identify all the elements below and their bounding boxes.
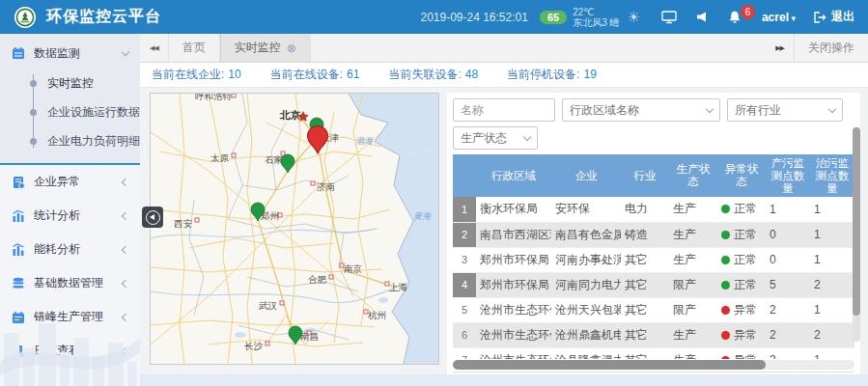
app-title: 环保监控云平台 [46,7,161,27]
logout-icon [813,11,826,24]
map-collapse-button[interactable] [142,207,163,228]
vertical-scrollbar[interactable] [853,127,860,342]
table-row[interactable]: 6 沧州市生态环保局沧州鼎鑫机电设备 其它生产 异常 224 [453,322,854,347]
user-menu[interactable]: acrel ▾ [762,11,796,24]
col-production-status: 生产状态 [669,154,717,197]
table-row[interactable]: 2 南昌市西湖区环保局南昌有色金属有限 铸造生产 正常 010 [453,222,854,247]
report-icon [12,176,25,189]
sidebar-item-base-data[interactable]: 基础数据管理 [0,266,140,300]
scroll-tabs-left-icon[interactable]: ◀◀ [140,34,169,62]
status-dot [721,256,730,264]
app-header: 环保监控云平台 2019-09-24 16:52:01 65 22℃ 东北风3 … [0,0,868,34]
chevron-left-icon [122,346,129,354]
col-region: 行政区域 [476,154,551,197]
hscroll-thumb [453,360,766,370]
map-sea-label: 黄海 [413,211,432,221]
chevron-down-icon [706,104,714,112]
status-dot [721,281,730,290]
app-window: 环保监控云平台 2019-09-24 16:52:01 65 22℃ 东北风3 … [0,0,868,386]
table-row[interactable]: 7 沧州市生态环保局沧县隆鑫强力加工 其它生产 异常 210 [453,347,854,359]
sidebar-item-staggered-production[interactable]: 错峰生产管理 [0,300,140,334]
bullet-icon [30,138,37,145]
sidebar-item-statistics[interactable]: 统计分析 [0,199,140,233]
map-city-label: 呼和浩特 [195,94,233,101]
table-row[interactable]: 5 沧州市生态环保局沧州天兴包装制品 其它限产 异常 213 [453,297,854,322]
bar-chart-icon [12,209,25,223]
tab-realtime-monitoring[interactable]: 实时监控 ⊗ [220,34,311,62]
status-dot [721,205,730,213]
tab-home[interactable]: 首页 [169,34,220,62]
col-abnormal-status: 异常状态 [717,154,766,197]
tab-close-icon[interactable]: ⊗ [287,41,296,55]
production-status-select[interactable]: 生产状态 [453,126,538,150]
region-select[interactable]: 行政区域名称 [562,98,720,122]
notifications-bell-icon[interactable]: 6 [727,11,742,24]
map-city-label: 北京 [279,109,301,121]
scroll-tabs-right-icon[interactable]: ▶▶ [766,34,794,62]
sidebar-item-data-monitoring[interactable]: 数据监测 [0,38,140,69]
col-industry: 行业 [621,154,669,197]
name-search-input[interactable] [453,98,555,122]
chevron-left-icon [122,313,129,320]
chevron-down-icon [828,104,836,112]
sidebar-item-company-abnormal[interactable]: 企业异常 [0,165,140,199]
sidebar-item-energy-analysis[interactable]: 能耗分析 [0,233,140,266]
map-city-label: 上海 [389,282,408,292]
col-treat-points: 治污监测点数量 [810,154,854,197]
table-header-row: 行政区域 企业 行业 生产状态 异常状态 产污监测点数量 治污监测点数量 监测点… [453,154,854,197]
status-dot [721,231,730,239]
datetime-text: 2019-09-24 16:52:01 [420,11,527,24]
chevron-left-icon [122,211,129,219]
status-dot [721,306,730,315]
volume-icon[interactable] [696,11,708,23]
sidebar-item-power-load-detail[interactable]: 企业电力负荷明细 [29,126,140,155]
map-city-label: 南昌 [300,331,319,342]
map-sea-label: 渤海 [355,136,374,146]
bullet-icon [30,80,37,87]
col-company: 企业 [551,154,621,197]
company-list-panel: 行政区域名称 所有行业 生产状态 [447,93,860,374]
table-row[interactable]: 3 郑州市环保局河南办事处演示 其它生产 正常 010 [453,247,854,272]
tab-bar: ◀◀ 首页 实时监控 ⊗ ▶▶ 关闭操作 [140,34,868,63]
map-city-label: 武汉 [259,300,278,311]
chevron-down-icon [122,47,129,55]
sidebar-item-facility-data[interactable]: 企业设施运行数据 [29,97,140,126]
map-city-label: 济南 [317,181,335,192]
horizontal-scrollbar[interactable] [453,360,854,370]
company-table-wrap: 行政区域 企业 行业 生产状态 异常状态 产污监测点数量 治污监测点数量 监测点… [453,154,854,359]
content-body: 呼和浩特 北京 天津 太原 石家庄 济南 西安 郑州 南京 合肥 上海 武汉 杭… [140,88,868,374]
stats-bar: 当前在线企业:10 当前在线设备:61 当前失联设备:48 当前停机设备:19 [140,63,868,88]
log-file-icon [12,345,25,358]
app-logo-icon [14,6,37,29]
map-city-label: 南京 [344,263,363,274]
bullet-icon [30,109,37,116]
collapse-left-icon [146,210,160,225]
sidebar-item-log-view[interactable]: 日志查看 [0,334,140,368]
map-city-label: 长沙 [244,341,264,351]
chevron-left-icon [122,279,129,287]
close-operations-menu[interactable]: 关闭操作 [794,34,868,62]
pagination-bar: |◀ ◀◀ 共2页 ▶▶ ▶| 1 - 15 共19条 [453,372,854,374]
industry-select[interactable]: 所有行业 [727,98,843,122]
stat-lost-devices: 当前失联设备:48 [388,67,478,83]
calendar-icon [12,46,25,60]
main-content: ◀◀ 首页 实时监控 ⊗ ▶▶ 关闭操作 当前在线企业:10 当前在线设备:61… [140,34,868,386]
logout-button[interactable]: 退出 [813,9,854,25]
status-dot [721,356,730,360]
bar-chart-icon [12,243,25,257]
calendar-icon [12,311,25,324]
table-row[interactable]: 4 郑州市环保局河南同力电力设备 其它限产 正常 525 [453,272,854,297]
map-city-label: 合肥 [308,274,327,285]
notification-count-badge: 6 [741,5,755,19]
vscroll-thumb [853,127,860,316]
china-map[interactable]: 呼和浩特 北京 天津 太原 石家庄 济南 西安 郑州 南京 合肥 上海 武汉 杭… [150,93,439,365]
map-city-label: 太原 [210,152,230,163]
sidebar-item-realtime-monitoring[interactable]: 实时监控 [29,69,140,97]
caret-down-icon: ▾ [789,14,796,23]
stat-online-companies: 当前在线企业:10 [152,67,241,83]
table-row[interactable]: 1 衡水环保局安环保 电力生产 正常 110 [453,197,854,222]
stat-stopped-devices: 当前停机设备:19 [507,67,597,83]
monitor-icon[interactable] [661,10,677,24]
map-city-label: 杭州 [368,310,386,320]
bottom-strip [140,374,868,386]
